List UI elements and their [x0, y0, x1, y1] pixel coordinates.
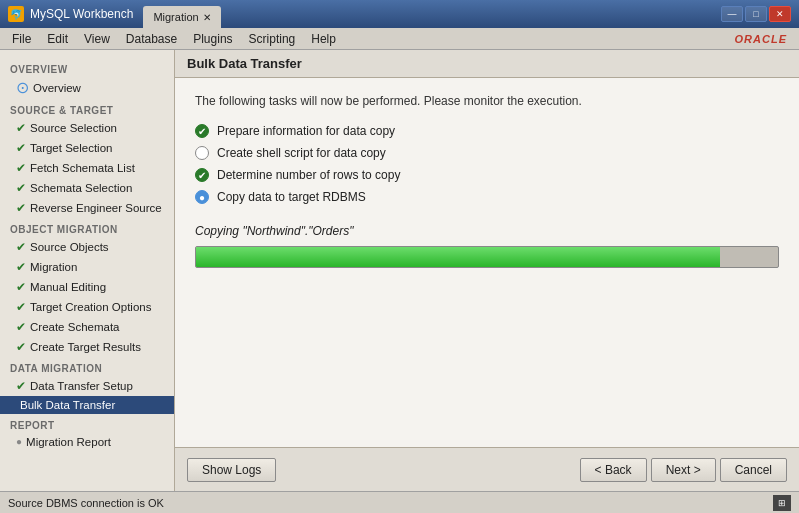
- sidebar-section-source-target: SOURCE & TARGET: [0, 99, 174, 118]
- show-logs-button[interactable]: Show Logs: [187, 458, 276, 482]
- main-layout: OVERVIEW ⊙ Overview SOURCE & TARGET ✔ So…: [0, 50, 799, 491]
- menu-scripting[interactable]: Scripting: [241, 30, 304, 48]
- sidebar: OVERVIEW ⊙ Overview SOURCE & TARGET ✔ So…: [0, 50, 175, 491]
- check-icon: ✔: [16, 340, 26, 354]
- back-button[interactable]: < Back: [580, 458, 647, 482]
- task-label: Prepare information for data copy: [217, 124, 395, 138]
- sidebar-item-label: Data Transfer Setup: [30, 380, 133, 392]
- sidebar-item-manual-editing[interactable]: ✔ Manual Editing: [0, 277, 174, 297]
- bottom-bar: Show Logs < Back Next > Cancel: [175, 447, 799, 491]
- sidebar-item-label: Source Selection: [30, 122, 117, 134]
- task-item-3: ✔ Determine number of rows to copy: [195, 168, 779, 182]
- check-icon: ✔: [16, 141, 26, 155]
- titlebar: 🐬 MySQL Workbench Migration ✕ — □ ✕: [0, 0, 799, 28]
- content-header: Bulk Data Transfer: [175, 50, 799, 78]
- menu-file[interactable]: File: [4, 30, 39, 48]
- statusbar: Source DBMS connection is OK ⊞: [0, 491, 799, 513]
- check-icon: ✔: [16, 121, 26, 135]
- sidebar-item-label: Manual Editing: [30, 281, 106, 293]
- next-button[interactable]: Next >: [651, 458, 716, 482]
- tab-close-icon[interactable]: ✕: [203, 12, 211, 23]
- copying-label: Copying "Northwind"."Orders": [195, 224, 779, 238]
- sidebar-item-fetch-schemata[interactable]: ✔ Fetch Schemata List: [0, 158, 174, 178]
- check-icon: ✔: [16, 280, 26, 294]
- task-list: ✔ Prepare information for data copy Crea…: [195, 124, 779, 204]
- menubar: File Edit View Database Plugins Scriptin…: [0, 28, 799, 50]
- sidebar-item-migration[interactable]: ✔ Migration: [0, 257, 174, 277]
- sidebar-item-label: Create Target Results: [30, 341, 141, 353]
- overview-icon: ⊙: [16, 80, 29, 96]
- check-icon: ✔: [16, 260, 26, 274]
- sidebar-item-schemata-selection[interactable]: ✔ Schemata Selection: [0, 178, 174, 198]
- sidebar-item-label: Schemata Selection: [30, 182, 132, 194]
- sidebar-section-report: REPORT: [0, 414, 174, 433]
- task-item-4: ● Copy data to target RDBMS: [195, 190, 779, 204]
- sidebar-item-source-objects[interactable]: ✔ Source Objects: [0, 237, 174, 257]
- task-intro: The following tasks will now be performe…: [195, 94, 779, 108]
- maximize-button[interactable]: □: [745, 6, 767, 22]
- tab-bar: Migration ✕: [143, 0, 715, 28]
- sidebar-item-label: Target Selection: [30, 142, 112, 154]
- status-text: Source DBMS connection is OK: [8, 497, 164, 509]
- copying-schema: "Northwind": [242, 224, 305, 238]
- minimize-button[interactable]: —: [721, 6, 743, 22]
- task-check-inprogress: ●: [195, 190, 209, 204]
- menu-view[interactable]: View: [76, 30, 118, 48]
- navigation-buttons: < Back Next > Cancel: [580, 458, 787, 482]
- sidebar-item-label: Reverse Engineer Source: [30, 202, 162, 214]
- sidebar-item-label: Migration Report: [26, 436, 111, 448]
- check-icon: ✔: [16, 201, 26, 215]
- task-check-done: ✔: [195, 168, 209, 182]
- task-item-1: ✔ Prepare information for data copy: [195, 124, 779, 138]
- progress-fill: [196, 247, 720, 267]
- sidebar-item-create-schemata[interactable]: ✔ Create Schemata: [0, 317, 174, 337]
- content-body: The following tasks will now be performe…: [175, 78, 799, 447]
- window-controls: — □ ✕: [721, 6, 791, 22]
- check-icon: ✔: [16, 240, 26, 254]
- app-icon: 🐬: [8, 6, 24, 22]
- task-item-2: Create shell script for data copy: [195, 146, 779, 160]
- check-icon: ✔: [16, 300, 26, 314]
- sidebar-item-label: Overview: [33, 82, 81, 94]
- sidebar-item-label: Target Creation Options: [30, 301, 151, 313]
- sidebar-item-label: Migration: [30, 261, 77, 273]
- task-label: Create shell script for data copy: [217, 146, 386, 160]
- copying-table: "Orders": [308, 224, 353, 238]
- menu-database[interactable]: Database: [118, 30, 185, 48]
- task-check-empty: [195, 146, 209, 160]
- close-button[interactable]: ✕: [769, 6, 791, 22]
- menu-help[interactable]: Help: [303, 30, 344, 48]
- sidebar-item-overview[interactable]: ⊙ Overview: [0, 77, 174, 99]
- sidebar-section-object-migration: OBJECT MIGRATION: [0, 218, 174, 237]
- check-icon: ✔: [16, 379, 26, 393]
- sidebar-item-bulk-data-transfer[interactable]: Bulk Data Transfer: [0, 396, 174, 414]
- task-label: Copy data to target RDBMS: [217, 190, 366, 204]
- sidebar-item-reverse-engineer[interactable]: ✔ Reverse Engineer Source: [0, 198, 174, 218]
- sidebar-section-data-migration: DATA MIGRATION: [0, 357, 174, 376]
- sidebar-item-data-transfer-setup[interactable]: ✔ Data Transfer Setup: [0, 376, 174, 396]
- task-label: Determine number of rows to copy: [217, 168, 400, 182]
- check-icon: ✔: [16, 161, 26, 175]
- task-check-done: ✔: [195, 124, 209, 138]
- statusbar-icon-symbol: ⊞: [778, 498, 786, 508]
- sidebar-item-label: Create Schemata: [30, 321, 120, 333]
- menu-edit[interactable]: Edit: [39, 30, 76, 48]
- sidebar-item-source-selection[interactable]: ✔ Source Selection: [0, 118, 174, 138]
- migration-tab[interactable]: Migration ✕: [143, 6, 220, 28]
- sidebar-item-label: Source Objects: [30, 241, 109, 253]
- cancel-button[interactable]: Cancel: [720, 458, 787, 482]
- sidebar-item-label: Fetch Schemata List: [30, 162, 135, 174]
- sidebar-item-create-target-results[interactable]: ✔ Create Target Results: [0, 337, 174, 357]
- sidebar-item-target-creation-options[interactable]: ✔ Target Creation Options: [0, 297, 174, 317]
- sidebar-item-label: Bulk Data Transfer: [20, 399, 115, 411]
- check-icon: ✔: [16, 181, 26, 195]
- sidebar-item-target-selection[interactable]: ✔ Target Selection: [0, 138, 174, 158]
- statusbar-right: ⊞: [773, 495, 791, 511]
- sidebar-item-migration-report[interactable]: ● Migration Report: [0, 433, 174, 451]
- show-logs-container: Show Logs: [187, 458, 276, 482]
- sidebar-section-overview: OVERVIEW: [0, 58, 174, 77]
- statusbar-icon: ⊞: [773, 495, 791, 511]
- tab-label: Migration: [153, 11, 198, 23]
- menu-plugins[interactable]: Plugins: [185, 30, 240, 48]
- oracle-logo: ORACLE: [735, 33, 795, 45]
